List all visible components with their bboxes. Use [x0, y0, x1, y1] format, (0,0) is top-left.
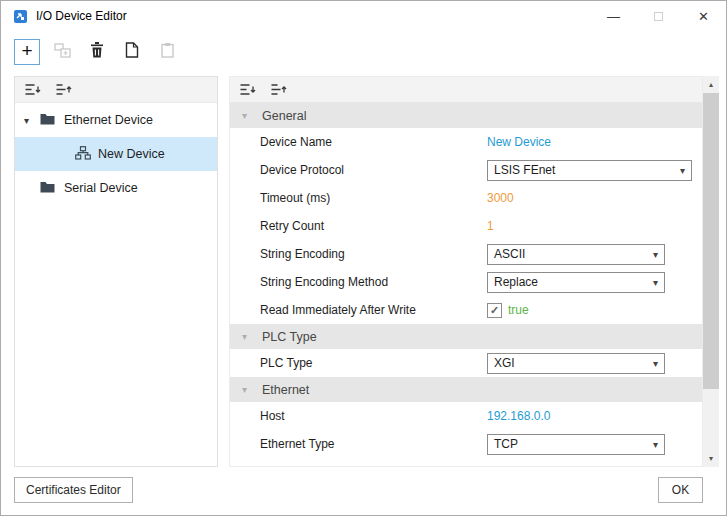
property-label: Device Protocol — [260, 163, 487, 177]
property-label: Host — [260, 409, 487, 423]
property-row-timeout: Timeout (ms) 3000 — [230, 184, 702, 212]
tree-item-label: Serial Device — [64, 181, 138, 195]
scroll-down-icon[interactable]: ▾ — [703, 450, 719, 467]
section-title: Ethernet — [262, 383, 309, 397]
copy-icon — [125, 42, 139, 62]
property-label: PLC Type — [260, 356, 487, 370]
minimize-button[interactable]: — — [591, 1, 636, 31]
section-header-general[interactable]: ▾ General — [230, 103, 702, 128]
window-title: I/O Device Editor — [36, 9, 127, 23]
string-encoding-method-dropdown[interactable]: Replace ▾ — [487, 272, 665, 293]
chevron-down-icon: ▾ — [653, 277, 658, 288]
property-panel-toolbar — [230, 77, 702, 103]
expand-all-icon[interactable] — [55, 82, 73, 98]
close-button[interactable]: ✕ — [681, 1, 726, 31]
tree-item-label: New Device — [98, 147, 165, 161]
dropdown-value: LSIS FEnet — [494, 163, 555, 177]
read-immediately-value: true — [508, 303, 529, 317]
paste-icon — [161, 42, 174, 62]
add-group-icon — [54, 43, 71, 62]
property-row-plc-type: PLC Type XGI ▾ — [230, 349, 702, 377]
certificates-editor-button[interactable]: Certificates Editor — [14, 477, 133, 503]
tree-item-label: Ethernet Device — [64, 113, 153, 127]
folder-icon — [40, 181, 55, 196]
property-row-host: Host 192.168.0.0 — [230, 402, 702, 430]
copy-button[interactable] — [119, 39, 145, 65]
delete-button[interactable] — [84, 39, 110, 65]
folder-icon — [40, 113, 55, 128]
property-label: Ethernet Type — [260, 437, 487, 451]
read-immediately-checkbox[interactable]: ✓ — [487, 303, 502, 318]
expand-all-icon[interactable] — [270, 82, 288, 98]
property-panel: ▾ General Device Name New Device Device … — [229, 76, 703, 467]
property-label: String Encoding — [260, 247, 487, 261]
section-header-ethernet[interactable]: ▾ Ethernet — [230, 377, 702, 402]
section-header-plc-type[interactable]: ▾ PLC Type — [230, 324, 702, 349]
window-controls: — ✕ — [591, 1, 726, 31]
tree-item-ethernet-device[interactable]: ▾ Ethernet Device — [15, 103, 217, 137]
check-icon: ✓ — [490, 305, 499, 316]
section-title: General — [262, 109, 306, 123]
device-tree-panel: ▾ Ethernet Device New Device Serial Devi… — [14, 76, 218, 467]
property-row-device-name: Device Name New Device — [230, 128, 702, 156]
vertical-scrollbar[interactable]: ▴ ▾ — [703, 76, 719, 467]
section-expander-icon: ▾ — [242, 384, 262, 395]
property-label: String Encoding Method — [260, 275, 487, 289]
property-row-device-protocol: Device Protocol LSIS FEnet ▾ — [230, 156, 702, 184]
dropdown-value: XGI — [494, 356, 515, 370]
section-expander-icon: ▾ — [242, 110, 262, 121]
add-device-button[interactable]: + — [14, 39, 40, 65]
network-device-icon — [75, 146, 91, 163]
dropdown-value: ASCII — [494, 247, 525, 261]
minimize-icon: — — [607, 10, 620, 23]
tree-panel-toolbar — [15, 77, 217, 103]
plc-type-dropdown[interactable]: XGI ▾ — [487, 353, 665, 374]
chevron-down-icon: ▾ — [653, 439, 658, 450]
scrollbar-thumb[interactable] — [703, 93, 719, 389]
chevron-down-icon: ▾ — [653, 358, 658, 369]
property-grid: ▾ General Device Name New Device Device … — [230, 103, 702, 467]
maximize-button — [636, 1, 681, 31]
tree-expander-icon[interactable]: ▾ — [24, 115, 40, 126]
io-device-editor-dialog: I/O Device Editor — ✕ + — [0, 0, 727, 516]
string-encoding-dropdown[interactable]: ASCII ▾ — [487, 244, 665, 265]
chevron-down-icon: ▾ — [680, 165, 685, 176]
tree-item-serial-device[interactable]: Serial Device — [15, 171, 217, 205]
section-expander-icon: ▾ — [242, 331, 262, 342]
device-tree: ▾ Ethernet Device New Device Serial Devi… — [15, 103, 217, 205]
close-icon: ✕ — [698, 10, 709, 23]
section-title: PLC Type — [262, 330, 317, 344]
device-protocol-dropdown[interactable]: LSIS FEnet ▾ — [487, 160, 692, 181]
host-value[interactable]: 192.168.0.0 — [487, 409, 550, 423]
maximize-icon — [654, 12, 663, 21]
app-icon — [12, 8, 28, 24]
add-group-button — [49, 39, 75, 65]
paste-button — [154, 39, 180, 65]
trash-icon — [90, 42, 104, 62]
property-row-string-encoding-method: String Encoding Method Replace ▾ — [230, 268, 702, 296]
device-name-value[interactable]: New Device — [487, 135, 551, 149]
property-label: Port — [260, 465, 487, 467]
dropdown-value: TCP — [494, 437, 518, 451]
port-value[interactable]: 2004 — [487, 465, 514, 467]
ok-button[interactable]: OK — [658, 477, 703, 503]
property-label: Timeout (ms) — [260, 191, 487, 205]
ethernet-type-dropdown[interactable]: TCP ▾ — [487, 434, 665, 455]
property-label: Retry Count — [260, 219, 487, 233]
main-toolbar: + — [14, 39, 180, 65]
plus-icon: + — [21, 40, 32, 62]
collapse-all-icon[interactable] — [24, 82, 42, 98]
retry-count-value[interactable]: 1 — [487, 219, 494, 233]
property-label: Device Name — [260, 135, 487, 149]
dropdown-value: Replace — [494, 275, 538, 289]
chevron-down-icon: ▾ — [653, 249, 658, 260]
property-row-read-immediately: Read Immediately After Write ✓ true — [230, 296, 702, 324]
titlebar: I/O Device Editor — ✕ — [1, 1, 726, 31]
property-row-ethernet-type: Ethernet Type TCP ▾ — [230, 430, 702, 458]
collapse-all-icon[interactable] — [239, 82, 257, 98]
property-row-port: Port 2004 — [230, 458, 702, 467]
tree-item-new-device[interactable]: New Device — [15, 137, 217, 171]
property-row-string-encoding: String Encoding ASCII ▾ — [230, 240, 702, 268]
timeout-value[interactable]: 3000 — [487, 191, 514, 205]
scroll-up-icon[interactable]: ▴ — [703, 76, 719, 93]
